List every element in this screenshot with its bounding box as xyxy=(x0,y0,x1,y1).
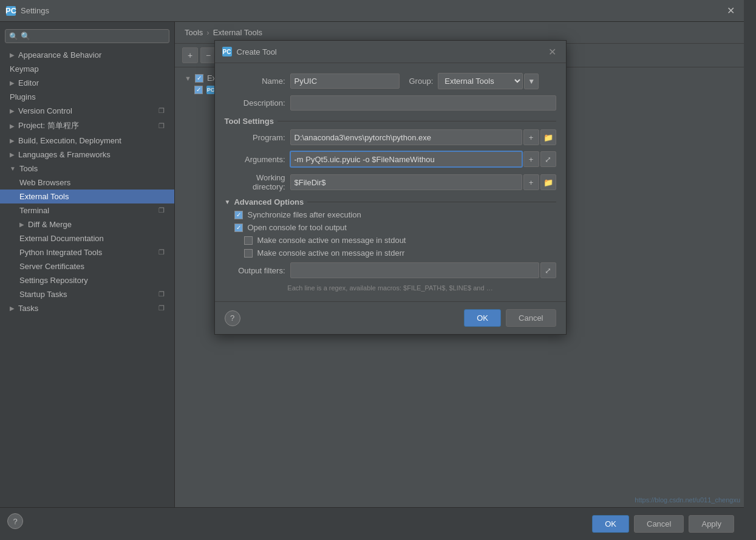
open-console-label: Open console for tool output xyxy=(248,223,347,232)
group-dropdown-button[interactable]: ▼ xyxy=(524,73,539,89)
sidebar-item-label: Startup Tasks xyxy=(19,290,67,299)
working-dir-browse-button[interactable]: 📁 xyxy=(540,174,556,190)
advanced-collapse-arrow[interactable]: ▼ xyxy=(225,199,231,205)
bottom-bar: OK Cancel Apply xyxy=(0,507,744,540)
dialog-help-button[interactable]: ? xyxy=(225,310,240,326)
output-filters-expand-button[interactable]: ⤢ xyxy=(540,262,556,278)
dialog-close-button[interactable]: ✕ xyxy=(547,46,559,58)
sidebar-item-web-browsers[interactable]: Web Browsers xyxy=(0,176,174,190)
sidebar-item-languages[interactable]: ▶ Languages & Frameworks xyxy=(0,148,174,162)
sidebar-item-build[interactable]: ▶ Build, Execution, Deployment xyxy=(0,134,174,148)
ok-button[interactable]: OK xyxy=(592,515,629,533)
section-divider xyxy=(307,202,556,202)
expand-arrow-icon: ▶ xyxy=(10,151,15,158)
name-label: Name: xyxy=(225,77,285,86)
sidebar-item-python-integrated[interactable]: Python Integrated Tools ❐ xyxy=(0,245,174,259)
item-checkbox[interactable]: ✓ xyxy=(194,86,203,94)
advanced-label: Advanced Options xyxy=(234,197,304,207)
arguments-label: Arguments: xyxy=(225,155,285,164)
search-box[interactable]: 🔍 xyxy=(5,29,169,43)
copy-icon: ❐ xyxy=(158,248,165,256)
name-input[interactable] xyxy=(290,73,400,89)
expand-arrow-icon: ▶ xyxy=(10,52,15,58)
close-button[interactable]: ✕ xyxy=(723,4,738,18)
copy-icon: ❐ xyxy=(158,207,165,214)
sidebar-item-keymap[interactable]: Keymap xyxy=(0,62,174,76)
sidebar-item-label: Tasks xyxy=(18,304,38,313)
sidebar-item-label: Tools xyxy=(19,164,38,173)
copy-icon: ❐ xyxy=(158,290,165,298)
sync-files-row: ✓ Synchronize files after execution xyxy=(234,210,556,219)
apply-button[interactable]: Apply xyxy=(689,515,734,533)
window-title: Settings xyxy=(21,6,723,15)
output-filters-label: Output filters: xyxy=(225,266,285,275)
make-active-stderr-row: Make console active on message in stderr xyxy=(244,248,556,258)
search-icon: 🔍 xyxy=(9,32,18,41)
copy-icon: ❐ xyxy=(158,107,165,115)
cancel-button[interactable]: Cancel xyxy=(634,515,684,533)
sidebar-item-label: Languages & Frameworks xyxy=(18,150,111,159)
hint-text: Each line is a regex, available macros: … xyxy=(225,284,556,292)
make-active-stderr-checkbox[interactable] xyxy=(244,249,253,258)
sidebar-item-tools[interactable]: ▼ Tools xyxy=(0,162,174,176)
working-dir-input-group: + 📁 xyxy=(290,174,556,190)
title-bar: PC Settings ✕ xyxy=(0,0,744,22)
group-checkbox[interactable]: ✓ xyxy=(195,74,203,83)
arguments-add-macro-button[interactable]: + xyxy=(523,151,539,167)
sync-files-checkbox[interactable]: ✓ xyxy=(234,211,243,219)
sidebar-item-tasks[interactable]: ▶ Tasks ❐ xyxy=(0,301,174,315)
description-input[interactable] xyxy=(290,95,556,111)
output-filters-input-group: ⤢ xyxy=(290,262,556,278)
sidebar-item-external-tools[interactable]: External Tools xyxy=(0,190,174,203)
sidebar: 🔍 ▶ Appearance & Behavior Keymap ▶ Edito… xyxy=(0,22,175,507)
sidebar-item-editor[interactable]: ▶ Editor xyxy=(0,76,174,90)
sidebar-item-diff-merge[interactable]: ▶ Diff & Merge xyxy=(0,217,174,231)
breadcrumb-part2: External Tools xyxy=(213,28,262,37)
tool-settings-label: Tool Settings xyxy=(225,117,274,126)
search-input[interactable] xyxy=(21,32,165,41)
sidebar-item-label: Build, Execution, Deployment xyxy=(18,136,121,145)
copy-icon: ❐ xyxy=(158,304,165,312)
sidebar-item-label: Editor xyxy=(18,78,39,87)
program-input[interactable] xyxy=(290,129,522,145)
sidebar-item-appearance[interactable]: ▶ Appearance & Behavior xyxy=(0,48,174,62)
help-icon[interactable]: ? xyxy=(7,513,23,529)
sidebar-item-project[interactable]: ▶ Project: 简单程序 ❐ xyxy=(0,118,174,134)
open-console-row: ✓ Open console for tool output xyxy=(234,223,556,232)
dialog-ok-button[interactable]: OK xyxy=(464,309,501,327)
expand-arrow-icon: ▶ xyxy=(19,221,24,228)
sidebar-item-terminal[interactable]: Terminal ❐ xyxy=(0,203,174,217)
program-browse-button[interactable]: 📁 xyxy=(540,129,556,145)
program-label: Program: xyxy=(225,133,285,142)
add-tool-button[interactable]: + xyxy=(182,47,198,63)
breadcrumb-separator: › xyxy=(206,28,209,37)
arguments-expand-button[interactable]: ⤢ xyxy=(540,151,556,167)
expand-arrow-icon: ▶ xyxy=(10,305,15,312)
dialog-cancel-button[interactable]: Cancel xyxy=(506,309,556,327)
output-filters-input[interactable] xyxy=(290,262,539,278)
sidebar-item-startup-tasks[interactable]: Startup Tasks ❐ xyxy=(0,287,174,301)
working-dir-input[interactable] xyxy=(290,174,522,190)
sidebar-item-label: Terminal xyxy=(19,206,49,215)
working-dir-add-macro-button[interactable]: + xyxy=(523,174,539,190)
advanced-options-section: ▼ Advanced Options xyxy=(225,197,556,207)
help-button-main[interactable]: ? xyxy=(7,513,23,529)
sidebar-item-version-control[interactable]: ▶ Version Control ❐ xyxy=(0,104,174,118)
make-active-stdout-label: Make console active on message in stdout xyxy=(257,236,406,245)
settings-window: PC Settings ✕ 🔍 ▶ Appearance & Behavior … xyxy=(0,0,744,540)
arguments-input[interactable] xyxy=(290,151,522,167)
program-add-macro-button[interactable]: + xyxy=(523,129,539,145)
dialog-footer: ? OK Cancel xyxy=(215,301,566,334)
make-active-stdout-checkbox[interactable] xyxy=(244,236,253,245)
group-select[interactable]: External Tools xyxy=(438,73,523,89)
sidebar-item-label: Version Control xyxy=(18,106,72,115)
name-group-row: Name: Group: External Tools ▼ xyxy=(225,73,556,89)
dialog-title-bar: PC Create Tool ✕ xyxy=(215,41,566,63)
sidebar-item-settings-repo[interactable]: Settings Repository xyxy=(0,273,174,287)
open-console-checkbox[interactable]: ✓ xyxy=(234,224,243,232)
sidebar-item-plugins[interactable]: Plugins xyxy=(0,90,174,104)
program-input-group: + 📁 xyxy=(290,129,556,145)
sidebar-item-external-docs[interactable]: External Documentation xyxy=(0,231,174,245)
expand-arrow-icon: ▶ xyxy=(10,137,15,144)
sidebar-item-server-certs[interactable]: Server Certificates xyxy=(0,259,174,273)
